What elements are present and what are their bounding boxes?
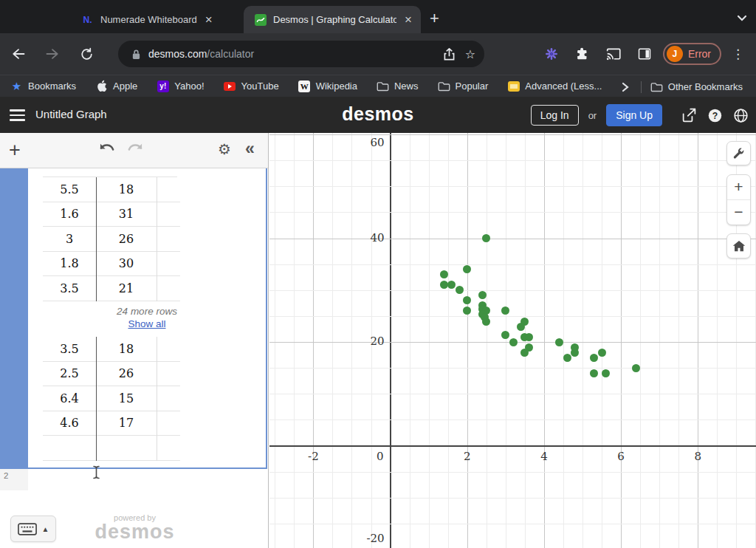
scatter-point[interactable] — [440, 281, 448, 289]
table-cell-x[interactable]: 1.6 — [43, 207, 96, 221]
scatter-point[interactable] — [501, 306, 509, 315]
tab-numerade[interactable]: N. Numerade Whiteboard × — [71, 6, 242, 33]
table-cell-y[interactable]: 30 — [96, 256, 157, 270]
scatter-point[interactable] — [571, 349, 579, 357]
share-icon[interactable] — [444, 48, 455, 61]
scatter-point[interactable] — [517, 323, 525, 331]
signup-button[interactable]: Sign Up — [606, 104, 662, 126]
table-cell-x[interactable]: 4.6 — [43, 416, 96, 430]
table-cell-x[interactable]: 3.5 — [43, 342, 96, 356]
table-cell-y[interactable]: 15 — [96, 391, 157, 405]
chevron-down-icon[interactable] — [737, 15, 747, 21]
table-cell-x[interactable]: 3 — [43, 232, 96, 246]
scatter-point[interactable] — [590, 354, 598, 362]
table-row[interactable]: 6.415 — [43, 386, 180, 411]
bookmark-item[interactable]: Popular — [438, 80, 489, 92]
bookmark-item[interactable]: News — [377, 80, 419, 92]
table-row[interactable]: 1.631 — [43, 202, 180, 227]
scatter-point[interactable] — [520, 349, 529, 357]
table-cell-x[interactable]: 6.4 — [43, 391, 96, 405]
table-row[interactable]: 326 — [43, 227, 180, 252]
scatter-point[interactable] — [482, 318, 490, 326]
extension-flower-icon[interactable] — [539, 41, 564, 66]
scatter-point[interactable] — [525, 333, 533, 341]
scatter-point[interactable] — [501, 331, 509, 339]
scatter-point[interactable] — [632, 364, 640, 372]
expression-gutter-selected[interactable] — [0, 168, 28, 467]
cast-icon[interactable] — [601, 41, 626, 66]
table-cell-y[interactable]: 18 — [96, 342, 157, 356]
zoom-in-button[interactable]: + — [727, 175, 750, 200]
table-cell-y[interactable]: 17 — [96, 416, 157, 430]
side-panel-icon[interactable] — [632, 41, 657, 66]
bookmark-item[interactable]: WWikipedia — [298, 80, 357, 92]
profile-button[interactable]: J Error — [663, 43, 721, 65]
table-row[interactable]: 2.526 — [43, 362, 180, 387]
tab-close-icon[interactable]: × — [403, 13, 413, 26]
bookmarks-overflow-chevron-icon[interactable] — [622, 82, 629, 92]
show-all-link[interactable]: Show all — [128, 318, 165, 329]
table-row[interactable]: 4.617 — [43, 411, 180, 436]
scatter-point[interactable] — [478, 291, 487, 299]
table-cell-y[interactable]: 26 — [96, 366, 157, 380]
bookmark-item[interactable]: ★Bookmarks — [10, 80, 76, 92]
graph-paper[interactable]: -202468604020-20 — [269, 133, 756, 548]
scatter-point[interactable] — [602, 369, 610, 377]
table-row[interactable]: 5.518 — [43, 177, 180, 202]
table-row[interactable]: 3.518 — [43, 337, 180, 362]
table-row[interactable]: 1.830 — [43, 252, 180, 277]
scatter-point[interactable] — [463, 306, 471, 315]
language-globe-icon[interactable] — [732, 107, 749, 123]
bookmark-star-icon[interactable]: ☆ — [465, 47, 475, 61]
scatter-point[interactable] — [563, 354, 571, 362]
reload-button[interactable] — [74, 41, 99, 66]
collapse-panel-icon[interactable]: « — [245, 139, 255, 159]
keyboard-toggle-button[interactable]: ▲ — [10, 516, 56, 542]
table-cell-y[interactable]: 26 — [96, 232, 157, 246]
login-button[interactable]: Log In — [531, 105, 579, 126]
table-cell-x[interactable]: 3.5 — [43, 281, 96, 295]
browser-menu-button[interactable]: ⋮ — [727, 47, 749, 62]
graph-settings-wrench-button[interactable] — [726, 141, 751, 165]
undo-icon[interactable] — [98, 142, 117, 157]
scatter-point[interactable] — [509, 338, 518, 346]
bookmark-item[interactable]: y!Yahoo! — [157, 80, 204, 92]
table-cell-x[interactable]: 1.8 — [43, 256, 96, 270]
back-button[interactable] — [6, 41, 31, 66]
table-cell-y[interactable]: 21 — [96, 281, 157, 295]
table-row-empty[interactable] — [43, 436, 180, 461]
expression-item-table[interactable]: 5.5181.6313261.8303.521 24 more rows Sho… — [0, 168, 267, 469]
share-graph-icon[interactable] — [681, 107, 697, 123]
redo-icon — [126, 142, 144, 157]
table-cell-x[interactable]: 5.5 — [43, 182, 96, 196]
scatter-point[interactable] — [440, 270, 448, 278]
tab-desmos[interactable]: Desmos | Graphing Calculator × — [244, 6, 421, 33]
scatter-point[interactable] — [447, 281, 456, 289]
scatter-point[interactable] — [482, 234, 490, 242]
scatter-point[interactable] — [463, 296, 471, 304]
zoom-out-button[interactable]: − — [727, 200, 750, 225]
help-icon[interactable]: ? — [707, 107, 723, 123]
scatter-point[interactable] — [590, 369, 598, 377]
new-tab-button[interactable]: + — [430, 10, 439, 27]
default-viewport-home-button[interactable] — [726, 233, 751, 258]
scatter-point[interactable] — [598, 349, 606, 357]
address-bar[interactable]: desmos.com/calculator ☆ — [118, 41, 484, 67]
graph-settings-gear-icon[interactable]: ⚙ — [218, 140, 231, 158]
table-cell-y[interactable]: 31 — [96, 207, 157, 221]
bookmark-item[interactable]: Advanced (Less... — [507, 80, 602, 92]
other-bookmarks-button[interactable]: Other Bookmarks — [650, 81, 743, 93]
expression-item-empty[interactable]: 2 — [0, 469, 267, 490]
bookmark-item[interactable]: YouTube — [224, 80, 279, 92]
scatter-point[interactable] — [463, 265, 471, 273]
extensions-puzzle-icon[interactable] — [570, 41, 595, 66]
scatter-point[interactable] — [555, 338, 563, 346]
bookmark-item[interactable]: Apple — [95, 80, 137, 92]
scatter-point[interactable] — [456, 286, 464, 294]
tab-close-icon[interactable]: × — [204, 13, 214, 26]
table-row[interactable]: 3.521 — [43, 276, 180, 301]
add-expression-button[interactable]: + — [9, 139, 21, 162]
table-cell-y[interactable]: 18 — [96, 182, 157, 196]
forward-button[interactable] — [40, 41, 65, 66]
table-cell-x[interactable]: 2.5 — [43, 366, 96, 380]
